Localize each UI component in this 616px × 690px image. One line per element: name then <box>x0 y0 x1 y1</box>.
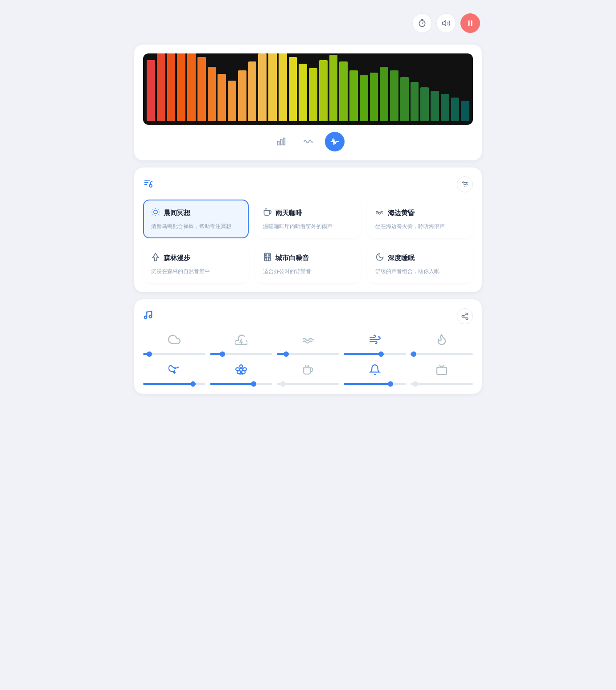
viz-bar-13 <box>279 53 287 121</box>
wind-mixer-icon <box>369 333 381 349</box>
bell-bottom-slider[interactable] <box>344 383 406 385</box>
viz-bar-20 <box>349 70 358 121</box>
wave-icon <box>303 137 313 147</box>
svg-rect-5 <box>468 20 470 26</box>
tv-bottom-slider[interactable] <box>411 383 473 385</box>
item-desc-morning-meditation: 清新鸟鸣配合禅钵，帮助专注冥想 <box>151 222 241 230</box>
bird-bottom-icon <box>168 364 180 379</box>
tv-bottom-icon <box>436 364 448 379</box>
thunder-slider[interactable] <box>210 353 272 355</box>
svg-point-21 <box>154 210 157 214</box>
cloud-mixer-icon <box>168 333 181 349</box>
item-title-seaside-dusk: 海边黄昏 <box>388 209 415 217</box>
item-title-deep-sleep: 深度睡眠 <box>388 254 415 262</box>
svg-point-20 <box>466 184 467 185</box>
flower-bottom-slider[interactable] <box>210 383 272 385</box>
mixer-header <box>143 308 473 324</box>
viz-bar-27 <box>420 87 429 121</box>
pause-button[interactable] <box>460 13 480 33</box>
playlist-item-seaside-dusk[interactable]: 海边黄昏 坐在海边篝火旁，聆听海浪声 <box>367 200 473 238</box>
coffee-icon <box>263 208 272 219</box>
svg-point-44 <box>175 368 176 369</box>
moon-icon <box>375 253 384 264</box>
viz-bar-5 <box>197 57 206 121</box>
mixer-top-grid <box>143 333 473 355</box>
svg-line-15 <box>151 181 152 182</box>
viz-bar-21 <box>360 75 368 121</box>
viz-bar-4 <box>187 53 196 121</box>
viz-bar-22 <box>370 73 378 121</box>
item-desc-seaside-dusk: 坐在海边篝火旁，聆听海浪声 <box>375 222 465 230</box>
viz-bar-19 <box>339 61 348 121</box>
mixer-top-thunder <box>210 333 272 355</box>
viz-bar-28 <box>431 91 439 121</box>
viz-bar-1 <box>157 53 165 121</box>
visualizer-card <box>134 45 482 160</box>
viz-bar-23 <box>380 67 388 121</box>
viz-bar-29 <box>441 94 449 121</box>
playlist-item-deep-sleep[interactable]: 深度睡眠 舒缓的声音组合，助你入眠 <box>367 245 473 283</box>
mixer-bottom-tv <box>411 364 473 385</box>
viz-bar-16 <box>309 68 317 121</box>
wind-slider[interactable] <box>344 353 406 355</box>
coffee-cup-bottom-slider[interactable] <box>277 383 339 385</box>
music-note-icon <box>143 310 153 323</box>
item-title-forest-walk: 森林漫步 <box>164 254 190 262</box>
water-slider[interactable] <box>277 353 339 355</box>
viz-bar-10 <box>248 61 257 121</box>
mixer-top-cloud <box>143 333 205 355</box>
item-desc-deep-sleep: 舒缓的声音组合，助你入眠 <box>375 267 465 275</box>
viz-bar-30 <box>451 98 460 121</box>
svg-line-3 <box>422 22 423 24</box>
svg-line-43 <box>464 314 466 316</box>
svg-point-41 <box>466 318 468 320</box>
svg-line-29 <box>158 209 158 210</box>
svg-line-24 <box>153 209 153 210</box>
svg-point-38 <box>149 315 152 318</box>
viz-bar-18 <box>329 55 338 121</box>
flower-bottom-icon <box>235 364 247 379</box>
playlist-item-morning-meditation[interactable]: 晨间冥想 清新鸟鸣配合禅钵，帮助专注冥想 <box>143 200 249 238</box>
playlist-grid: 晨间冥想 清新鸟鸣配合禅钵，帮助专注冥想 雨天咖啡 温暖咖啡厅内听着窗外的雨声 … <box>143 200 473 283</box>
share-button[interactable] <box>457 308 473 324</box>
pause-icon <box>466 19 474 27</box>
playlist-item-forest-walk[interactable]: 森林漫步 沉浸在森林的自然音景中 <box>143 245 249 283</box>
viz-pulse-button[interactable] <box>325 132 345 151</box>
bar-chart-icon <box>276 137 286 147</box>
bird-bottom-slider[interactable] <box>143 383 205 385</box>
playlist-card: 晨间冥想 清新鸟鸣配合禅钵，帮助专注冥想 雨天咖啡 温暖咖啡厅内听着窗外的雨声 … <box>134 167 482 292</box>
fire-slider[interactable] <box>411 353 473 355</box>
mixer-bottom-bell <box>344 364 406 385</box>
tree-icon <box>151 253 160 264</box>
playlist-item-rainy-coffee[interactable]: 雨天咖啡 温暖咖啡厅内听着窗外的雨声 <box>255 200 361 238</box>
viz-bar-26 <box>411 82 419 121</box>
viz-bar-button[interactable] <box>271 132 291 151</box>
volume-button[interactable] <box>436 13 456 33</box>
viz-wave-button[interactable] <box>298 132 318 151</box>
playlist-music-icon <box>143 178 154 191</box>
filter-button[interactable] <box>457 176 473 192</box>
filter-icon <box>461 180 469 188</box>
volume-icon <box>442 19 451 28</box>
viz-bar-2 <box>167 53 176 121</box>
playlist-item-city-noise[interactable]: 城市白噪音 适合办公时的背景音 <box>255 245 361 283</box>
viz-bar-15 <box>299 64 307 121</box>
playlist-header <box>143 176 473 192</box>
cloud-slider[interactable] <box>143 353 205 355</box>
mixer-bottom-flower <box>210 364 272 385</box>
svg-point-19 <box>463 182 464 183</box>
svg-marker-4 <box>443 20 446 26</box>
visualizer-canvas <box>143 53 473 125</box>
timer-icon <box>418 19 427 28</box>
item-desc-rainy-coffee: 温暖咖啡厅内听着窗外的雨声 <box>263 222 353 230</box>
timer-button[interactable] <box>412 13 432 33</box>
viz-bar-12 <box>268 53 277 121</box>
mixer-top-wind <box>344 333 406 355</box>
waves-icon <box>375 208 384 219</box>
svg-point-0 <box>419 20 425 26</box>
viz-bar-0 <box>147 60 155 121</box>
svg-rect-7 <box>278 142 279 145</box>
svg-rect-34 <box>268 255 270 256</box>
viz-bar-6 <box>208 67 216 121</box>
item-title-city-noise: 城市白噪音 <box>275 254 309 262</box>
